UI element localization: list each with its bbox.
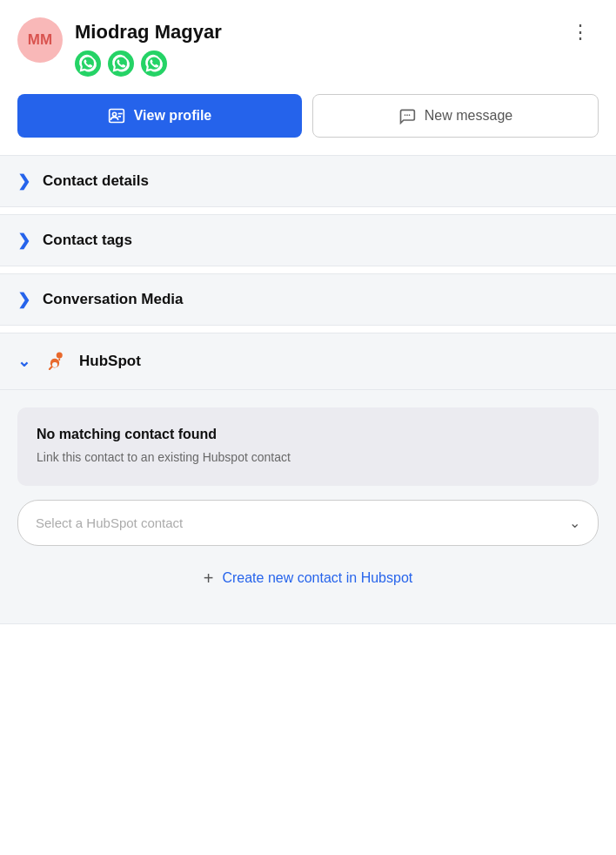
chevron-down-select-icon: ⌄	[569, 515, 580, 531]
contact-info: Miodrag Magyar	[75, 17, 222, 77]
header: MM Miodrag Magyar	[0, 0, 616, 85]
new-message-button[interactable]: New message	[312, 94, 599, 138]
profile-icon	[108, 107, 125, 125]
no-contact-desc: Link this contact to an existing Hubspot…	[37, 449, 579, 467]
section-hubspot[interactable]: ⌄ HubSpot	[0, 333, 616, 390]
plus-icon: +	[204, 569, 214, 589]
hubspot-select-dropdown[interactable]: Select a HubSpot contact ⌄	[17, 500, 599, 546]
create-contact-button[interactable]: + Create new contact in Hubspot	[17, 560, 599, 597]
svg-point-9	[408, 114, 410, 116]
more-options-button[interactable]: ⋮	[564, 17, 599, 47]
new-message-label: New message	[425, 108, 512, 124]
svg-point-8	[406, 114, 408, 116]
message-icon	[398, 107, 416, 125]
section-conversation-media-label: Conversation Media	[43, 291, 184, 308]
view-profile-button[interactable]: View profile	[17, 94, 302, 138]
header-left: MM Miodrag Magyar	[17, 17, 222, 77]
chevron-down-icon: ⌄	[17, 352, 30, 371]
create-contact-label: Create new contact in Hubspot	[222, 570, 412, 586]
section-contact-tags[interactable]: ❯ Contact tags	[0, 214, 616, 266]
whatsapp-icons	[75, 50, 222, 77]
svg-point-1	[108, 50, 134, 77]
section-hubspot-label: HubSpot	[79, 353, 141, 370]
whatsapp-icon-3[interactable]	[141, 50, 167, 77]
svg-point-7	[404, 114, 405, 116]
svg-point-4	[112, 112, 116, 116]
chevron-right-icon-2: ❯	[17, 231, 30, 250]
avatar: MM	[17, 17, 63, 63]
view-profile-label: View profile	[134, 108, 212, 124]
hubspot-content: No matching contact found Link this cont…	[0, 390, 616, 624]
svg-point-2	[141, 50, 167, 77]
no-contact-card: No matching contact found Link this cont…	[17, 407, 599, 486]
svg-point-10	[57, 353, 63, 359]
svg-rect-3	[109, 110, 124, 123]
svg-point-0	[75, 50, 101, 77]
section-contact-details-label: Contact details	[43, 172, 149, 190]
whatsapp-icon-1[interactable]	[75, 50, 101, 77]
section-contact-details[interactable]: ❯ Contact details	[0, 155, 616, 207]
section-contact-tags-label: Contact tags	[43, 232, 132, 249]
hubspot-select-placeholder: Select a HubSpot contact	[36, 515, 183, 530]
chevron-right-icon: ❯	[17, 172, 30, 191]
section-conversation-media[interactable]: ❯ Conversation Media	[0, 273, 616, 326]
contact-name: Miodrag Magyar	[75, 21, 222, 44]
action-buttons: View profile New message	[0, 85, 616, 155]
hubspot-logo-icon	[43, 349, 67, 374]
no-contact-title: No matching contact found	[37, 427, 579, 442]
chevron-right-icon-3: ❯	[17, 290, 30, 309]
whatsapp-icon-2[interactable]	[108, 50, 134, 77]
